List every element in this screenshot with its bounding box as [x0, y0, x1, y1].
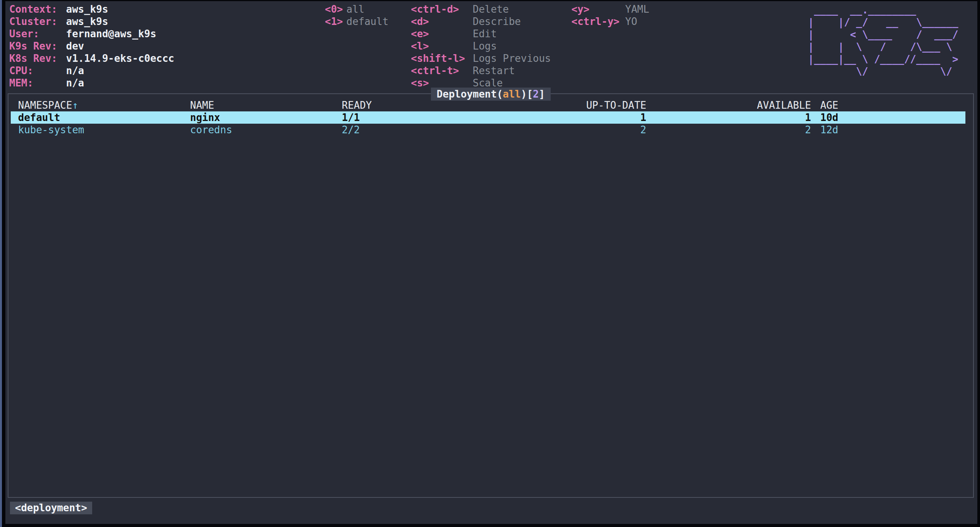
cluster-info: Context:aws_k9s Cluster:aws_k9s User:fer… — [9, 3, 174, 89]
logo-line: |____|__ \ /____//____ > — [808, 53, 958, 65]
resource-count: 2 — [533, 88, 539, 100]
hotkey-label: Edit — [473, 28, 497, 40]
mem-label: MEM: — [9, 77, 66, 89]
k8s-rev-value: v1.14.9-eks-c0eccc — [66, 53, 174, 64]
cluster-info-row: Cluster:aws_k9s — [9, 15, 174, 28]
table-row-nginx-selected[interactable]: default nginx 1/1 1 1 10d — [11, 111, 965, 124]
hotkey-default: <1>default — [325, 15, 389, 28]
hotkey-key: <d> — [411, 15, 473, 28]
hotkeys-action-column: <ctrl-d>Delete <d>Describe <e>Edit <l>Lo… — [411, 3, 551, 89]
column-header-available[interactable]: AVAILABLE — [646, 99, 811, 111]
cluster-info-row: K9s Rev:dev — [9, 40, 174, 52]
cluster-info-row: K8s Rev:v1.14.9-eks-c0eccc — [9, 52, 174, 65]
hotkey-key: <ctrl-y> — [571, 15, 625, 28]
cluster-info-row: MEM:n/a — [9, 77, 174, 89]
hotkey-delete: <ctrl-d>Delete — [411, 3, 551, 15]
column-header-name[interactable]: NAME — [190, 99, 342, 111]
cell-name: coredns — [190, 124, 342, 136]
user-value: fernand@aws_k9s — [66, 28, 156, 40]
cell-ready: 2/2 — [342, 124, 464, 136]
cell-up-to-date: 2 — [464, 124, 646, 136]
sort-arrow-icon: ↑ — [72, 99, 78, 111]
k9s-rev-label: K9s Rev: — [9, 40, 66, 52]
hotkey-all: <0>all — [325, 3, 389, 15]
cell-namespace: kube-system — [18, 124, 190, 136]
mem-value: n/a — [66, 77, 84, 89]
hotkey-edit: <e>Edit — [411, 28, 551, 40]
column-header-namespace[interactable]: NAMESPACE↑ — [18, 99, 190, 111]
deployments-panel: Deployment(all)[2] NAMESPACE↑ NAME READY… — [8, 93, 974, 498]
column-header-ready[interactable]: READY — [342, 99, 464, 111]
hotkey-yo: <ctrl-y>YO — [571, 15, 649, 28]
k8s-rev-label: K8s Rev: — [9, 52, 66, 65]
hotkey-logs-previous: <shift-l>Logs Previous — [411, 52, 551, 65]
hotkey-key: <0> — [325, 3, 346, 15]
hotkey-key: <l> — [411, 40, 473, 52]
hotkey-key: <1> — [325, 15, 346, 28]
cell-namespace: default — [18, 111, 190, 124]
cluster-label: Cluster: — [9, 15, 66, 28]
user-label: User: — [9, 28, 66, 40]
cell-up-to-date: 1 — [464, 111, 646, 124]
hotkey-key: <ctrl-d> — [411, 3, 473, 15]
deployments-table: NAMESPACE↑ NAME READY UP-TO-DATE AVAILAB… — [11, 99, 965, 136]
hotkey-restart: <ctrl-t>Restart — [411, 65, 551, 77]
logo-line: | < \____ / ___/ — [808, 28, 958, 41]
hotkey-label: Logs — [473, 40, 497, 52]
logo-line: ____ __.________ — [808, 4, 958, 16]
cluster-value: aws_k9s — [66, 16, 108, 27]
hotkey-key: <shift-l> — [411, 52, 473, 65]
cell-ready: 1/1 — [342, 111, 464, 124]
table-header-row: NAMESPACE↑ NAME READY UP-TO-DATE AVAILAB… — [11, 99, 965, 111]
logo-line: | | \ / /\___ \ — [808, 41, 958, 53]
k9s-rev-value: dev — [66, 40, 84, 52]
namespace-scope: all — [503, 88, 521, 100]
hotkey-label: YO — [625, 16, 637, 27]
logo-line: \/ \/ — [808, 65, 958, 78]
panel-title-badge: Deployment(all)[2] — [431, 88, 551, 101]
hotkeys-namespace-column: <0>all <1>default — [325, 3, 389, 28]
cluster-info-row: User:fernand@aws_k9s — [9, 28, 174, 40]
hotkey-label: Delete — [473, 3, 509, 15]
hotkey-label: Restart — [473, 65, 515, 76]
hotkey-label: YAML — [625, 3, 649, 15]
cluster-info-row: Context:aws_k9s — [9, 3, 174, 15]
hotkey-label: Logs Previous — [473, 53, 551, 64]
cell-age: 10d — [820, 111, 965, 124]
cell-name: nginx — [190, 111, 342, 124]
cell-available: 2 — [646, 124, 811, 136]
column-header-age[interactable]: AGE — [820, 99, 965, 111]
hotkey-describe: <d>Describe — [411, 15, 551, 28]
table-row-coredns[interactable]: kube-system coredns 2/2 2 2 12d — [11, 124, 965, 136]
cpu-label: CPU: — [9, 65, 66, 77]
cell-available: 1 — [646, 111, 811, 124]
window-edge-accent — [0, 0, 2, 527]
cluster-info-row: CPU:n/a — [9, 65, 174, 77]
resource-kind: Deployment( — [437, 88, 503, 100]
hotkey-yaml: <y>YAML — [571, 3, 649, 15]
hotkey-key: <ctrl-t> — [411, 65, 473, 77]
breadcrumb-deployment[interactable]: <deployment> — [10, 502, 92, 514]
context-value: aws_k9s — [66, 3, 108, 15]
hotkey-label: default — [346, 16, 389, 27]
hotkey-logs: <l>Logs — [411, 40, 551, 52]
hotkeys-yaml-column: <y>YAML <ctrl-y>YO — [571, 3, 649, 28]
column-header-up-to-date[interactable]: UP-TO-DATE — [464, 99, 646, 111]
logo-line: | |/ _/ __ \______ — [808, 16, 958, 28]
k9s-ascii-logo: ____ __.________ | |/ _/ __ \______ | < … — [808, 4, 958, 78]
cpu-value: n/a — [66, 65, 84, 76]
hotkey-key: <y> — [571, 3, 625, 15]
hotkey-key: <e> — [411, 28, 473, 40]
cell-age: 12d — [820, 124, 965, 136]
context-label: Context: — [9, 3, 66, 15]
hotkey-label: Describe — [473, 16, 521, 27]
hotkey-label: Scale — [473, 77, 503, 89]
k9s-terminal: Context:aws_k9s Cluster:aws_k9s User:fer… — [0, 0, 980, 527]
hotkey-label: all — [346, 3, 364, 15]
